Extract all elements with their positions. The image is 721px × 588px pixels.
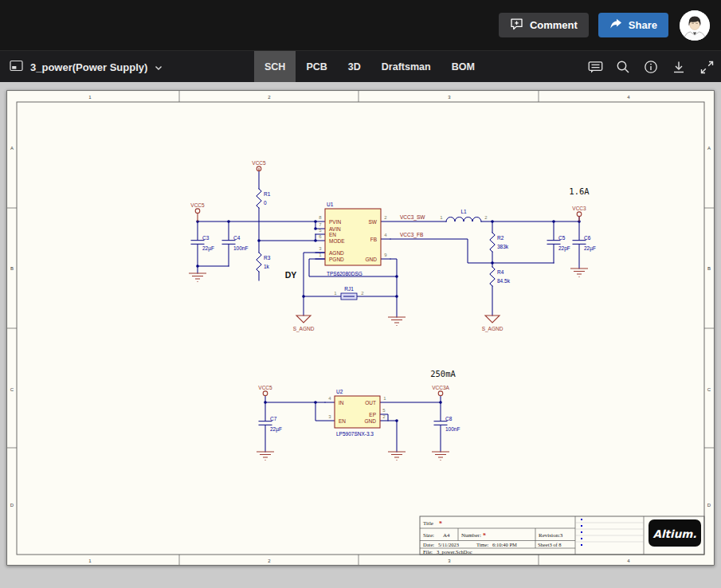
c4-designator: C4 (233, 235, 241, 241)
zone-row-a-right: A (707, 146, 711, 151)
u2-pin1-number: 1 (383, 396, 386, 401)
u2-pin-en: EN (339, 418, 346, 424)
c8-designator: C8 (445, 416, 453, 421)
date-value: 5/11/2023 (438, 542, 459, 547)
vcc3a-label: VCC3A (432, 385, 449, 390)
tab-sch[interactable]: SCH (254, 51, 296, 83)
u2-designator: U2 (336, 389, 343, 394)
u1-pin-pvin: PVIN (329, 219, 341, 225)
toolbar-icons (587, 51, 715, 83)
tab-3d[interactable]: 3D (338, 51, 371, 83)
user-avatar[interactable] (680, 10, 710, 41)
component-rj1[interactable]: RJ1 1 2 (334, 286, 364, 300)
tab-pcb[interactable]: PCB (296, 51, 337, 83)
sheet-frame: 1 2 3 4 1 2 3 4 A B C D A B C D (7, 91, 715, 566)
sheet-info: Sheet3 of 8 (538, 542, 562, 547)
component-c4[interactable]: C4 100nF (222, 235, 248, 251)
tab-3d-label: 3D (348, 61, 361, 73)
zone-row-d-right: D (707, 503, 711, 508)
schematic-sheet[interactable]: 1 2 3 4 1 2 3 4 A B C D A B C D (6, 90, 715, 566)
zone-row-c-left: C (10, 387, 14, 392)
altium-logo-text: Altium. (653, 527, 697, 540)
component-c6[interactable]: C6 22µF (573, 235, 596, 252)
board-file-icon (10, 60, 23, 74)
u1-part: TPS62080DSG (327, 271, 362, 276)
u1-pin-mode: MODE (329, 238, 345, 244)
comment-button[interactable]: Comment (499, 13, 589, 37)
component-r3[interactable]: R3 1k (257, 253, 271, 272)
power-port-vcc5-in[interactable]: VCC5 (190, 202, 205, 221)
component-r2[interactable]: R2 383k (490, 233, 509, 252)
power-port-vcc3[interactable]: VCC3 (572, 206, 586, 222)
gnd-symbol-c7 (257, 452, 274, 461)
tab-bom[interactable]: BOM (441, 51, 485, 83)
u2-pin-gnd: GND (365, 418, 377, 424)
schematic-canvas[interactable]: 1 2 3 4 1 2 3 4 A B C D A B C D (0, 82, 721, 588)
view-tabs: SCH PCB 3D Draftsman BOM (254, 51, 485, 83)
component-c8[interactable]: C8 100nF (434, 416, 460, 432)
zone-row-d-left: D (10, 503, 14, 508)
buck-circuit[interactable]: U1 TPS62080DSG 8 7 5 6 3 1 PVIN AVIN EN … (189, 160, 596, 333)
tab-draftsman[interactable]: Draftsman (371, 51, 441, 83)
r2-designator: R2 (497, 235, 504, 241)
c7-designator: C7 (270, 416, 277, 421)
u2-pin2-number: 2 (382, 414, 386, 419)
power-port-vcc5-en[interactable]: VCC5 (252, 160, 266, 171)
comment-plus-icon (510, 18, 523, 33)
revision: Revision:3 (539, 532, 563, 539)
zone-col-2-bottom: 2 (268, 559, 271, 563)
download-icon[interactable] (671, 59, 687, 75)
search-icon[interactable] (615, 59, 631, 75)
l1-designator: L1 (460, 209, 467, 214)
comments-icon[interactable] (587, 59, 603, 75)
date-label: Date: (423, 542, 434, 547)
u2-pin-out: OUT (365, 400, 376, 406)
share-button[interactable]: Share (598, 13, 668, 37)
vcc5-en-label: VCC5 (252, 160, 266, 166)
document-selector[interactable]: 3_power(Power Supply) (10, 51, 163, 83)
title-label: Title (423, 520, 433, 527)
component-l1[interactable]: L1 1 2 (440, 209, 488, 221)
net-label-vcc3-sw: VCC3_SW (400, 214, 425, 221)
c3-designator: C3 (202, 235, 210, 241)
top-bar: Comment Share (0, 0, 721, 50)
rj1-pin1: 1 (334, 291, 337, 296)
altium-logo: Altium. (649, 519, 701, 547)
u1-pin-pgnd: PGND (329, 257, 344, 262)
s-agnd-symbol-left: S_AGND (293, 316, 315, 332)
info-icon[interactable] (643, 59, 659, 75)
file-value: 3_power.SchDoc (437, 549, 472, 555)
document-toolbar: 3_power(Power Supply) SCH PCB 3D Draftsm… (0, 50, 721, 82)
u2-pin5-number: 5 (382, 408, 386, 413)
wires-buck (196, 171, 581, 318)
schematic-svg[interactable]: 1 2 3 4 1 2 3 4 A B C D A B C D (6, 90, 715, 566)
component-r4[interactable]: R4 84.5k (490, 267, 511, 286)
altium-365-viewer: Comment Share 3_power(Power Supply (0, 0, 721, 588)
l1-pin1: 1 (440, 215, 443, 220)
component-u2[interactable]: U2 LP5907SNX-3.3 4 3 IN EN 1 5 2 OUT EP … (328, 389, 386, 437)
power-port-vcc5-ldo[interactable]: VCC5 (258, 385, 272, 396)
time-value: 6:10:40 PM (492, 542, 517, 547)
u2-pin-in: IN (339, 400, 344, 406)
zone-row-b-right: B (707, 266, 711, 271)
power-port-vcc3a[interactable]: VCC3A (432, 385, 449, 396)
r4-value: 84.5k (497, 278, 511, 284)
title-value: * (439, 520, 442, 527)
zone-col-2-top: 2 (268, 95, 271, 100)
rj1-pin2: 2 (361, 291, 364, 296)
component-c7[interactable]: C7 22µF (259, 416, 282, 433)
l1-pin2: 2 (484, 215, 488, 220)
r4-designator: R4 (497, 269, 504, 275)
vcc3-label: VCC3 (572, 206, 586, 211)
component-c3[interactable]: C3 22µF (191, 235, 214, 252)
share-button-label: Share (629, 19, 657, 31)
ldo-circuit[interactable]: U2 LP5907SNX-3.3 4 3 IN EN 1 5 2 OUT EP … (257, 369, 460, 461)
component-r1[interactable]: R1 0 (257, 189, 271, 208)
gnd-symbol-u2 (388, 452, 406, 461)
component-u1[interactable]: U1 TPS62080DSG 8 7 5 6 3 1 PVIN AVIN EN … (319, 202, 387, 276)
number-value: * (483, 532, 486, 539)
gnd-symbol-u1 (388, 317, 406, 326)
component-c5[interactable]: C5 22pF (547, 235, 570, 252)
fullscreen-icon[interactable] (699, 59, 715, 75)
c6-value: 22µF (584, 245, 596, 252)
